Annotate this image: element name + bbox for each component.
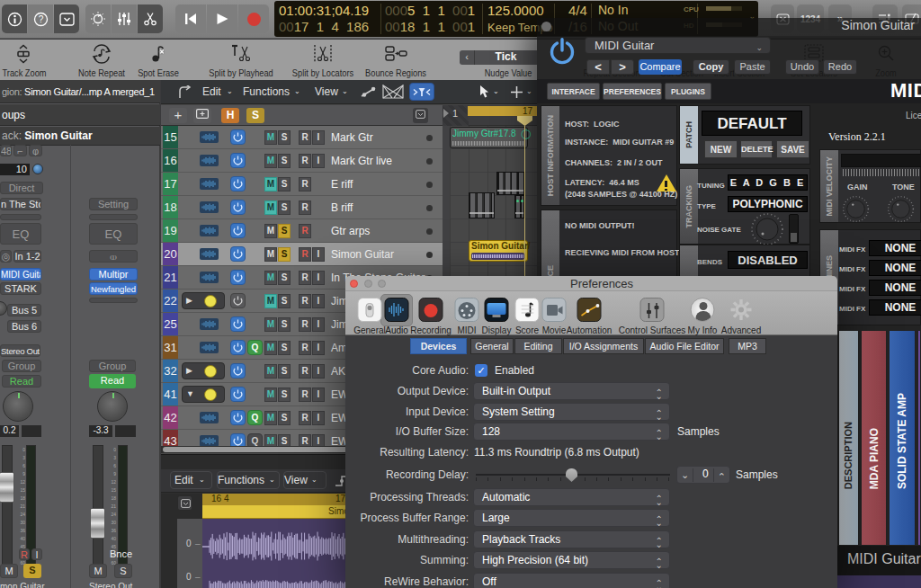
svg-text:?: ? — [38, 14, 43, 24]
